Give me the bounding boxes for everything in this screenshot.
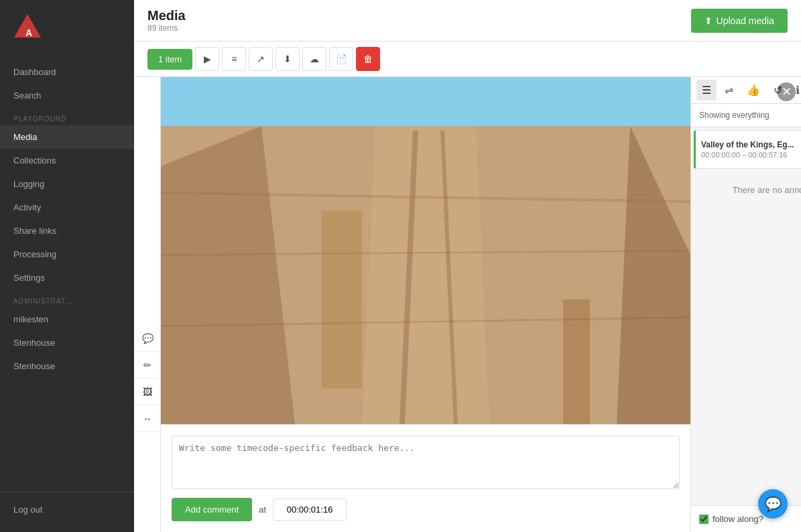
follow-along-checkbox[interactable] xyxy=(699,515,708,524)
video-area xyxy=(161,77,690,424)
file-icon: 📄 xyxy=(336,54,347,64)
sidebar-item-share-links[interactable]: Share links xyxy=(0,219,134,243)
content-area: 💬 ✏ 🖼 ↔ ✕ xyxy=(134,77,801,532)
sidebar-item-stenhouse2[interactable]: Stenhouse xyxy=(0,354,134,378)
comment-textarea[interactable] xyxy=(172,436,680,489)
page-title: Media xyxy=(147,8,186,23)
rock-landscape-image xyxy=(161,77,690,424)
sidebar-section-playground: PLAYGROUND xyxy=(0,107,134,125)
svg-marker-6 xyxy=(362,126,489,424)
sidebar-nav: Dashboard Search PLAYGROUND Media Collec… xyxy=(0,55,134,492)
sidebar-section-admin: ADMINISTRAT... xyxy=(0,289,134,308)
sidebar-item-collections[interactable]: Collections xyxy=(0,149,134,172)
app-logo: A xyxy=(11,11,44,44)
timecode-input[interactable] xyxy=(273,498,347,521)
sidebar-item-search[interactable]: Search xyxy=(0,84,134,107)
sidebar-item-logout[interactable]: Log out xyxy=(0,498,134,521)
play-icon: ▶ xyxy=(204,54,211,64)
sidebar-item-settings[interactable]: Settings xyxy=(0,266,134,289)
page-title-area: Media 89 items xyxy=(147,8,186,33)
vertical-image-icon[interactable]: 🖼 xyxy=(134,379,161,405)
media-item-info: Valley of the Kings, Eg... 00:00:00:00 –… xyxy=(701,140,801,159)
share-icon: ↗ xyxy=(257,54,265,64)
sidebar-item-media[interactable]: Media xyxy=(0,125,134,149)
upload-button-label: Upload media xyxy=(717,15,774,26)
sidebar-item-processing[interactable]: Processing xyxy=(0,243,134,266)
chat-bubble-button[interactable]: 💬 xyxy=(758,489,788,519)
delete-icon: 🗑 xyxy=(363,54,373,64)
cloud-icon: ☁ xyxy=(310,54,319,64)
play-button[interactable]: ▶ xyxy=(195,47,219,71)
list-button[interactable]: ≡ xyxy=(222,47,246,71)
close-overlay-button[interactable]: ✕ xyxy=(777,82,796,101)
ann-tab-thumbs-up[interactable]: 👍 xyxy=(741,80,765,101)
download-icon: ⬇ xyxy=(284,54,292,64)
at-label: at xyxy=(259,505,266,515)
delete-button[interactable]: 🗑 xyxy=(356,47,380,71)
media-overlay: ✕ xyxy=(161,77,801,532)
ann-tab-list[interactable]: ☰ xyxy=(696,80,717,101)
sidebar-item-dashboard[interactable]: Dashboard xyxy=(0,60,134,84)
sidebar-item-mikesten[interactable]: mikesten xyxy=(0,308,134,331)
upload-icon: ⬆ xyxy=(704,15,713,26)
sidebar-item-logging[interactable]: Logging xyxy=(0,172,134,196)
upload-media-button[interactable]: ⬆ Upload media xyxy=(691,9,788,33)
comment-section: Add comment at xyxy=(161,424,690,532)
list-icon: ≡ xyxy=(231,54,237,64)
sidebar: A Dashboard Search PLAYGROUND Media Coll… xyxy=(0,0,134,532)
vertical-arrow-icon[interactable]: ↔ xyxy=(134,405,161,432)
cloud-button[interactable]: ☁ xyxy=(302,47,326,71)
svg-rect-4 xyxy=(322,210,362,389)
share-button[interactable]: ↗ xyxy=(249,47,273,71)
ann-tab-shuffle[interactable]: ⇌ xyxy=(719,80,739,101)
media-item-title: Valley of the Kings, Eg... xyxy=(701,140,801,149)
rock-svg xyxy=(161,77,690,424)
chat-bubble-icon: 💬 xyxy=(765,496,782,512)
comment-toolbar: Add comment at xyxy=(172,498,680,521)
vertical-comment-icon[interactable]: 💬 xyxy=(134,325,161,352)
media-viewer: ✕ xyxy=(161,77,690,532)
main-content: Media 89 items ⬆ Upload media 1 item ▶ ≡… xyxy=(134,0,801,532)
vertical-icon-strip: 💬 ✏ 🖼 ↔ xyxy=(134,77,161,532)
showing-label: Showing everything xyxy=(691,104,801,127)
toolbar: 1 item ▶ ≡ ↗ ⬇ ☁ 📄 🗑 xyxy=(134,42,801,77)
close-icon: ✕ xyxy=(782,84,792,99)
svg-text:A: A xyxy=(25,27,32,38)
annotation-panel: ☰ ⇌ 👍 ↺ ℹ 📍 Showing everything Valley of… xyxy=(690,77,801,532)
download-button[interactable]: ⬇ xyxy=(275,47,300,71)
sidebar-item-stenhouse1[interactable]: Stenhouse xyxy=(0,331,134,354)
top-bar: Media 89 items ⬆ Upload media xyxy=(134,0,801,42)
follow-along-label: follow along? xyxy=(713,514,763,524)
item-count-button[interactable]: 1 item xyxy=(147,49,192,70)
media-item-timecode: 00:00:00:00 – 00:00:57:16 xyxy=(701,151,801,159)
file-button[interactable]: 📄 xyxy=(329,47,353,71)
media-item-card[interactable]: Valley of the Kings, Eg... 00:00:00:00 –… xyxy=(694,130,801,169)
sidebar-logo: A xyxy=(0,0,134,55)
sidebar-item-activity[interactable]: Activity xyxy=(0,196,134,219)
add-comment-button[interactable]: Add comment xyxy=(172,498,252,521)
svg-rect-2 xyxy=(161,77,690,131)
sidebar-bottom: Log out xyxy=(0,492,134,532)
vertical-pencil-icon[interactable]: ✏ xyxy=(134,352,161,379)
page-subtitle: 89 items xyxy=(147,23,186,33)
no-annotations-text: There are no annotations yet xyxy=(691,172,801,208)
